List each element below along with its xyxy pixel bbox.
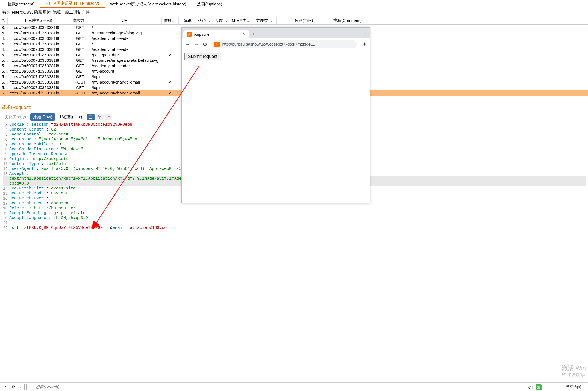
search-input[interactable]: [34, 384, 564, 390]
col-title[interactable]: 标题(Title): [277, 17, 331, 24]
prev-button[interactable]: ←: [18, 384, 25, 390]
cell-host: https://0a50007d0353381f8...: [8, 74, 70, 79]
cell-method: POST: [70, 80, 90, 84]
favicon-icon: ⚡: [187, 32, 192, 37]
col-comment[interactable]: 注释(Comment): [331, 17, 364, 24]
ime-sogou-icon[interactable]: S: [536, 384, 542, 390]
cell-num: 56: [0, 85, 8, 90]
wrap-icon[interactable]: ≡: [105, 114, 112, 120]
bottom-toolbar: ? ⚙ ← → 没有匹配: [0, 382, 588, 391]
cell-num: 54: [0, 74, 8, 79]
settings-button[interactable]: ⚙: [10, 384, 16, 390]
extensions-icon[interactable]: ✴: [362, 41, 367, 48]
submit-request-button[interactable]: Submit request: [184, 53, 221, 60]
cell-url: /resources/images/avatarDefault.svg: [90, 58, 162, 63]
cell-url: /academyLabHeader: [90, 63, 162, 68]
filter-bar[interactable]: 筛选(Filter):CSS, 隐藏图片, 隐藏一般二进制文件: [0, 8, 588, 17]
tab-http-history[interactable]: HTTP历史记录(HTTP history): [40, 0, 104, 8]
browser-tabbar: ⚡ burpsuite × + ⌄: [182, 28, 370, 38]
browser-window: ⚡ burpsuite × + ⌄ ← → ⟳ ⚡ http://burpsui…: [181, 27, 370, 203]
tab-raw[interactable]: 原始(Raw): [30, 113, 55, 121]
tab-pretty[interactable]: 美化(Pretty): [2, 113, 29, 121]
cell-num: 53: [0, 69, 8, 73]
col-status[interactable]: 状态(St...: [196, 17, 213, 24]
next-button[interactable]: →: [26, 384, 33, 390]
tab-list-chevron-icon[interactable]: ⌄: [363, 31, 366, 35]
url-bar[interactable]: ⚡ http://burpsuite/show/2/xwccsebzt7kdto…: [211, 40, 357, 48]
cell-url: /academyLabHeader: [90, 47, 162, 52]
cell-host: https://0a50007d0353381f8...: [8, 47, 70, 52]
cell-host: https://0a50007d0353381f8...: [8, 42, 70, 46]
newline-icon[interactable]: \n: [96, 114, 104, 120]
cell-method: GET: [70, 31, 90, 35]
cell-host: https://0a50007d0353381f8...: [8, 85, 70, 90]
cell-method: GET: [70, 63, 90, 68]
cell-num: 57: [0, 91, 8, 95]
tab-intercept[interactable]: 拦截(Intercept): [2, 1, 40, 8]
cell-method: GET: [70, 47, 90, 52]
match-status: 没有匹配: [566, 384, 581, 389]
close-tab-icon[interactable]: ×: [243, 32, 246, 37]
cell-method: GET: [70, 85, 90, 90]
gear-icon: ⚙: [11, 384, 15, 389]
cell-num: 46: [0, 42, 8, 46]
col-url[interactable]: URL: [90, 17, 162, 24]
cell-num: 55: [0, 80, 8, 84]
cell-url: /my-account: [90, 69, 162, 73]
tab-options[interactable]: 选项(Options): [192, 1, 228, 8]
cell-url: /my-account/change-email: [90, 91, 162, 95]
cell-host: https://0a50007d0353381f8...: [8, 52, 70, 57]
cell-url: /: [90, 42, 162, 46]
help-button[interactable]: ?: [2, 384, 8, 390]
col-method[interactable]: 请求方...: [70, 17, 90, 24]
cell-num: 43: [0, 36, 8, 41]
reload-button[interactable]: ⟳: [203, 41, 208, 48]
cell-params: ✓: [162, 52, 179, 57]
url-text: http://burpsuite/show/2/xwccsebzt7kdtok7…: [222, 42, 316, 46]
cell-host: https://0a50007d0353381f8...: [8, 31, 70, 35]
forward-button[interactable]: →: [194, 41, 199, 47]
cell-num: 52: [0, 63, 8, 68]
cell-url: /login: [90, 85, 162, 90]
ime-lang[interactable]: CH: [527, 385, 534, 390]
cell-params: ✓: [162, 90, 179, 96]
cell-method: POST: [70, 91, 90, 95]
tab-hex[interactable]: 16进制(Hex): [57, 113, 85, 121]
col-filetype[interactable]: 文件类型(E...: [254, 17, 277, 24]
site-icon: ⚡: [214, 42, 220, 47]
browser-viewport: Submit request: [182, 50, 370, 63]
ime-indicator: CH S: [527, 384, 542, 390]
cell-method: GET: [70, 52, 90, 57]
col-host[interactable]: host主机(Host): [8, 17, 70, 24]
browser-tab[interactable]: ⚡ burpsuite ×: [183, 30, 249, 38]
table-header-row: # ▲ host主机(Host) 请求方... URL 参数(Pa... 编辑 …: [0, 17, 588, 25]
cell-num: 50: [0, 52, 8, 57]
cell-url: /academyLabHeader: [90, 36, 162, 41]
cell-host: https://0a50007d0353381f8...: [8, 91, 70, 95]
tab-ws-history[interactable]: WebSocket历史记录(WebSockets history): [105, 1, 192, 8]
new-tab-button[interactable]: +: [252, 31, 255, 38]
col-params[interactable]: 参数(Pa...: [162, 17, 179, 24]
cell-method: GET: [70, 58, 90, 63]
col-length[interactable]: 长度(Le...: [213, 17, 230, 24]
cell-method: GET: [70, 74, 90, 79]
cell-url: /: [90, 25, 162, 30]
col-num[interactable]: # ▲: [0, 17, 8, 24]
windows-activation-watermark: 激活 Win 转到"设置"以: [562, 364, 586, 377]
cell-url: /login: [90, 74, 162, 79]
col-mime[interactable]: MIME类型...: [230, 17, 254, 24]
cell-params: ✓: [162, 79, 179, 85]
display-mode-icon[interactable]: ☰: [87, 114, 95, 120]
cell-num: 49: [0, 47, 8, 52]
cell-num: 43: [0, 31, 8, 35]
cell-method: GET: [70, 36, 90, 41]
cell-num: 51: [0, 58, 8, 63]
browser-tab-title: burpsuite: [194, 32, 210, 37]
browser-toolbar: ← → ⟳ ⚡ http://burpsuite/show/2/xwccsebz…: [182, 38, 370, 50]
cell-method: GET: [70, 25, 90, 30]
main-tabs: 拦截(Intercept) HTTP历史记录(HTTP history) Web…: [0, 0, 588, 8]
cell-host: https://0a50007d0353381f8...: [8, 80, 70, 84]
col-edit[interactable]: 编辑: [179, 17, 196, 24]
back-button[interactable]: ←: [184, 41, 190, 47]
cell-url: /resources/images/blog.svg: [90, 31, 162, 35]
